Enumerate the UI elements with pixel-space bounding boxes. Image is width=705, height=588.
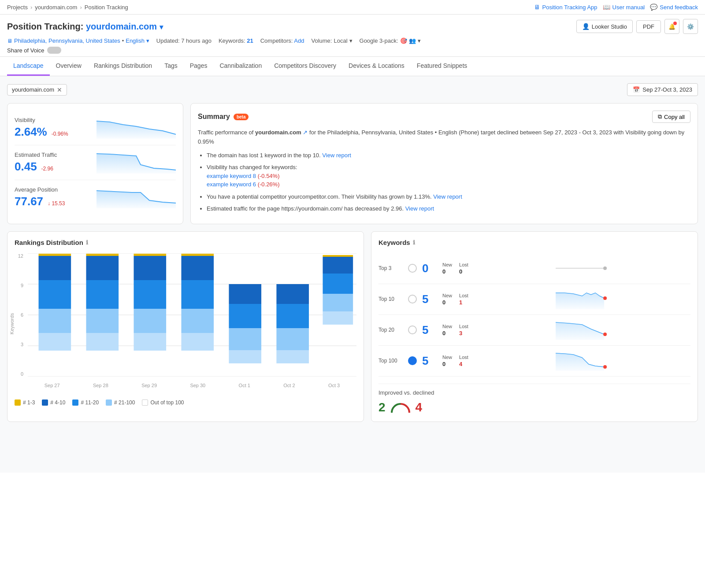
improved-declined-label: Improved vs. declined xyxy=(378,389,690,396)
volume-selector[interactable]: Volume: Local ▾ xyxy=(311,37,352,44)
breadcrumb-page: Position Tracking xyxy=(85,4,128,11)
tab-overview[interactable]: Overview xyxy=(50,57,88,76)
top100-radio[interactable] xyxy=(408,356,417,365)
looker-studio-button[interactable]: 👤 Looker Studio xyxy=(576,20,633,33)
top-bar-actions: 🖥 Position Tracking App 📖 User manual 💬 … xyxy=(534,4,698,11)
metrics-card: Visibility 2.64% -0.96% Estimated Traffi… xyxy=(7,103,183,224)
svg-rect-14 xyxy=(86,333,119,351)
google-pack-selector[interactable]: Google 3-pack: 🎯 👥 ▾ xyxy=(360,37,421,44)
settings-button[interactable]: ⚙️ xyxy=(683,19,698,34)
svg-rect-18 xyxy=(134,309,166,333)
svg-rect-6 xyxy=(39,256,71,280)
top100-sparkline xyxy=(474,351,690,371)
top20-radio[interactable] xyxy=(408,325,417,334)
keywords-card-title: Keywords ℹ xyxy=(378,239,690,246)
summary-intro: Traffic performance of yourdomain.com ↗ … xyxy=(198,128,689,147)
svg-rect-31 xyxy=(276,328,309,350)
top10-radio[interactable] xyxy=(408,295,417,303)
svg-rect-8 xyxy=(39,309,71,333)
svg-point-39 xyxy=(603,266,607,270)
svg-rect-27 xyxy=(229,328,261,350)
summary-item-4: Estimated traffic for the page https://y… xyxy=(207,204,689,213)
visibility-sparkline xyxy=(96,117,176,139)
view-report-link-3[interactable]: View report xyxy=(405,205,434,212)
summary-item-3: You have a potential competitor yourcomp… xyxy=(207,192,689,201)
svg-rect-35 xyxy=(323,274,353,294)
svg-rect-13 xyxy=(86,309,119,333)
svg-rect-15 xyxy=(134,254,166,256)
keywords-top10-row: Top 10 5 New 0 Lost 1 xyxy=(378,284,690,315)
breadcrumb-projects[interactable]: Projects xyxy=(7,4,28,11)
tab-rankings-distribution[interactable]: Rankings Distribution xyxy=(88,57,158,76)
tab-competitors-discovery[interactable]: Competitors Discovery xyxy=(268,57,342,76)
tab-tags[interactable]: Tags xyxy=(158,57,184,76)
main-content: yourdomain.com ✕ 📅 Sep 27-Oct 3, 2023 Vi… xyxy=(0,76,705,473)
svg-rect-36 xyxy=(323,294,353,311)
domain-link[interactable]: yourdomain.com xyxy=(86,22,157,31)
header-row-1: Position Tracking: yourdomain.com ▾ 👤 Lo… xyxy=(7,19,698,34)
svg-rect-7 xyxy=(39,280,71,309)
top3-radio[interactable] xyxy=(408,264,417,273)
svg-rect-22 xyxy=(181,280,214,309)
visibility-label: Visibility xyxy=(15,117,68,123)
position-left: Average Position 77.67 ↓ 15.53 xyxy=(15,186,65,208)
notifications-button[interactable]: 🔔 xyxy=(664,19,679,34)
visibility-metric: Visibility 2.64% -0.96% xyxy=(15,111,176,145)
tab-featured-snippets[interactable]: Featured Snippets xyxy=(411,57,473,76)
top20-sparkline xyxy=(474,320,690,340)
summary-content: Traffic performance of yourdomain.com ↗ … xyxy=(198,128,690,217)
rankings-info-icon[interactable]: ℹ xyxy=(86,239,88,246)
tab-pages[interactable]: Pages xyxy=(184,57,214,76)
svg-rect-21 xyxy=(181,256,214,280)
add-competitors-link[interactable]: Add xyxy=(294,37,304,44)
svg-rect-19 xyxy=(134,333,166,351)
svg-rect-24 xyxy=(181,333,214,351)
send-feedback-link[interactable]: 💬 Send feedback xyxy=(650,4,698,11)
view-report-link-1[interactable]: View report xyxy=(322,152,351,159)
keyword-6-link[interactable]: example keyword 6 xyxy=(207,181,256,188)
chevron-down-icon[interactable]: ▾ xyxy=(160,23,163,31)
keywords-info-icon[interactable]: ℹ xyxy=(413,239,415,246)
remove-domain-filter-button[interactable]: ✕ xyxy=(57,86,62,93)
y-axis-label: Keywords xyxy=(9,313,15,334)
tab-devices-locations[interactable]: Devices & Locations xyxy=(342,57,411,76)
svg-rect-17 xyxy=(134,280,166,309)
svg-rect-10 xyxy=(86,254,119,256)
svg-rect-28 xyxy=(229,350,261,363)
breadcrumb-domain[interactable]: yourdomain.com xyxy=(35,4,77,11)
calendar-icon: 📅 xyxy=(633,86,640,93)
traffic-sparkline xyxy=(96,152,176,174)
traffic-label: Estimated Traffic xyxy=(15,152,57,158)
traffic-value: 0.45 xyxy=(15,160,37,174)
keywords-top3-row: Top 3 0 New 0 Lost 0 xyxy=(378,253,690,284)
location-selector[interactable]: 🖥 Philadelphia, Pennsylvania, United Sta… xyxy=(7,37,149,44)
svg-point-40 xyxy=(603,296,607,300)
share-of-voice-toggle[interactable] xyxy=(47,47,61,54)
tab-landscape[interactable]: Landscape xyxy=(7,57,50,76)
view-report-link-2[interactable]: View report xyxy=(433,193,462,200)
traffic-change: -2.96 xyxy=(41,166,53,172)
svg-rect-29 xyxy=(276,284,309,304)
tab-cannibalization[interactable]: Cannibalization xyxy=(213,57,268,76)
keywords-count[interactable]: 21 xyxy=(247,37,253,44)
pdf-button[interactable]: PDF xyxy=(636,20,661,33)
svg-rect-32 xyxy=(276,350,309,363)
keywords-top100-row: Top 100 5 New 0 Lost 4 xyxy=(378,346,690,377)
copy-all-button[interactable]: ⧉ Copy all xyxy=(652,111,690,123)
people-icon: 👥 xyxy=(409,37,416,44)
date-range-picker[interactable]: 📅 Sep 27-Oct 3, 2023 xyxy=(627,83,698,96)
svg-rect-9 xyxy=(39,333,71,351)
message-icon: 💬 xyxy=(650,4,657,11)
keyword-8-link[interactable]: example keyword 8 xyxy=(207,173,256,179)
gear-icon: ⚙️ xyxy=(687,23,694,30)
share-of-voice-row: Share of Voice xyxy=(7,47,698,54)
summary-title: Summary beta xyxy=(198,113,249,121)
top20-count: 5 xyxy=(422,323,435,337)
position-tracking-app-link[interactable]: 🖥 Position Tracking App xyxy=(534,4,597,11)
keywords-top20-row: Top 20 5 New 0 Lost 3 xyxy=(378,315,690,346)
user-manual-link[interactable]: 📖 User manual xyxy=(603,4,645,11)
monitor-small-icon: 🖥 xyxy=(7,38,12,44)
svg-rect-25 xyxy=(229,284,261,304)
summary-list: The domain has lost 1 keyword in the top… xyxy=(198,151,689,213)
svg-rect-11 xyxy=(86,256,119,280)
